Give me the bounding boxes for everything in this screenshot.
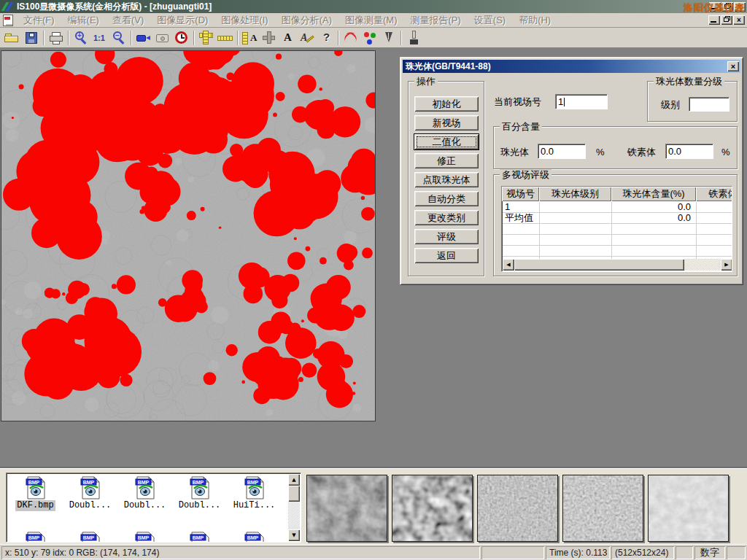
actual-size-icon[interactable] [90,29,109,47]
ferrite-percent-input[interactable]: 0.0 [665,144,713,159]
document-icon[interactable] [3,15,13,26]
curve-tool-icon[interactable] [341,29,360,47]
menu-item[interactable]: 图像处理(I) [214,13,274,28]
mdi-restore-button[interactable] [721,15,732,25]
application-window: IS100显微摄像系统(金相分析版) - [zhuguangti01] × 洛阳… [0,0,747,560]
zoom-in-icon[interactable] [71,29,90,47]
operation-button[interactable]: 更改类别 [414,210,479,225]
scroll-right-button[interactable]: ▶ [721,259,732,271]
file-item[interactable]: BMP Doubl... [117,476,172,511]
vendor-watermark: 洛阳仪器仪表 [684,3,745,13]
scroll-up-button[interactable]: ▲ [288,474,300,486]
thumbnail-3[interactable] [477,475,558,542]
text-annotation-icon[interactable] [279,29,298,47]
menu-item[interactable]: 设置(S) [468,13,512,28]
thumbnail-5[interactable] [648,475,729,542]
status-bar: x: 510 y: 79 idx: 0 RGB: (174, 174, 174)… [0,544,747,560]
brush-tool-icon[interactable] [404,29,423,47]
menu-bar: 文件(F)编辑(E)查看(V)图像显示(D)图像处理(I)图像分析(A)图像测量… [0,13,747,28]
file-item[interactable]: BMP [227,532,282,542]
operation-button[interactable]: 初始化 [414,96,479,112]
file-name: DKF.bmp [15,500,55,511]
menu-item[interactable]: 文件(F) [17,13,61,28]
metallographic-image-binarized[interactable] [1,50,376,421]
file-name: HuiTi... [232,500,277,511]
print-icon[interactable] [47,29,66,47]
operations-group-label: 操作 [414,76,438,87]
status-image-size: (512x512x24) [611,546,674,559]
table-header-cell[interactable]: 视场号 [502,187,539,201]
operation-button[interactable]: 点取珠光体 [414,172,479,187]
save-icon[interactable] [22,29,41,47]
operation-button[interactable]: 二值化 [414,134,479,149]
file-list-scrollbar[interactable]: ▲ ▼ [288,474,300,541]
ruler-horizontal-icon[interactable] [216,29,235,47]
menu-item[interactable]: 图像显示(D) [150,13,214,28]
ruler-cross-icon[interactable] [197,29,216,47]
open-file-icon[interactable] [3,29,22,47]
table-row[interactable]: 1 0.0 [503,202,732,213]
scroll-left-button[interactable]: ◀ [503,259,514,271]
operation-button[interactable]: 自动分类 [414,191,479,206]
svg-text:BMP: BMP [192,480,204,485]
file-item[interactable]: BMP DKF.bmp [8,476,63,511]
file-item[interactable]: BMP [63,532,117,542]
count-labels-icon[interactable] [360,29,379,47]
scrollbar-thumb[interactable] [514,259,684,271]
pearlite-label: 珠光体 [500,147,529,158]
table-row[interactable]: 平均值 0.0 [503,213,732,224]
table-header-cell[interactable]: 铁素体含量(%) [696,187,732,201]
help-icon[interactable] [317,29,336,47]
zoom-out-icon[interactable] [109,29,128,47]
menu-item[interactable]: 编辑(E) [61,13,106,28]
file-item[interactable]: BMP [172,532,227,542]
operation-button[interactable]: 新视场 [414,115,479,131]
operation-button[interactable]: 修正 [414,153,479,168]
file-item[interactable]: BMP HuiTi... [227,476,282,511]
separator [400,31,402,45]
status-empty-panel [727,546,746,559]
dialog-title-bar[interactable]: 珠光体(GB/T9441-88) × [403,60,740,73]
dialog-title: 珠光体(GB/T9441-88) [406,60,491,73]
mdi-minimize-button[interactable] [708,15,720,25]
thumbnail-4[interactable] [562,475,643,542]
svg-text:BMP: BMP [137,480,149,485]
file-item[interactable]: BMP Doubl... [63,476,117,511]
menu-item[interactable]: 图像分析(A) [275,13,338,28]
percent-sign: % [721,147,730,158]
table-header-cell[interactable]: 珠光体级别 [539,187,611,201]
menu-item[interactable]: 测量报告(P) [403,13,467,28]
file-item[interactable]: BMP [8,532,63,542]
pen-tool-icon[interactable] [379,29,398,47]
file-item[interactable]: BMP [117,532,172,542]
video-capture-icon[interactable] [134,29,153,47]
timer-icon[interactable] [172,29,191,47]
bmp-file-icon: BMP [189,476,211,499]
svg-text:BMP: BMP [137,535,149,540]
separator [193,31,195,45]
restore-icon [724,18,729,22]
measure-label-icon[interactable] [241,29,260,47]
table-header-cell[interactable]: 珠光体含量(%) [611,187,696,201]
operation-button[interactable]: 评级 [414,229,479,244]
operation-button[interactable]: 返回 [414,248,479,263]
separator [338,31,339,45]
current-view-input[interactable]: 1 [555,94,608,109]
grade-input[interactable] [689,97,729,112]
merge-icon[interactable] [260,29,279,47]
scrollbar-thumb[interactable] [288,486,300,502]
mdi-close-button[interactable]: × [733,15,745,25]
photo-capture-icon[interactable] [153,29,172,47]
table-horizontal-scrollbar[interactable]: ◀ ▶ [503,259,732,271]
thumbnail-2[interactable] [392,475,473,542]
thumbnail-1[interactable] [306,475,387,542]
menu-item[interactable]: 帮助(H) [512,13,557,28]
scroll-down-button[interactable]: ▼ [288,529,300,541]
dialog-close-button[interactable]: × [727,61,739,71]
menu-item[interactable]: 图像测量(M) [338,13,404,28]
file-list[interactable]: BMP DKF.bmp BMP [6,472,301,542]
text-style-icon[interactable] [298,29,317,47]
pearlite-percent-input[interactable]: 0.0 [538,144,586,159]
file-item[interactable]: BMP Doubl... [172,476,227,511]
menu-item[interactable]: 查看(V) [106,13,150,28]
